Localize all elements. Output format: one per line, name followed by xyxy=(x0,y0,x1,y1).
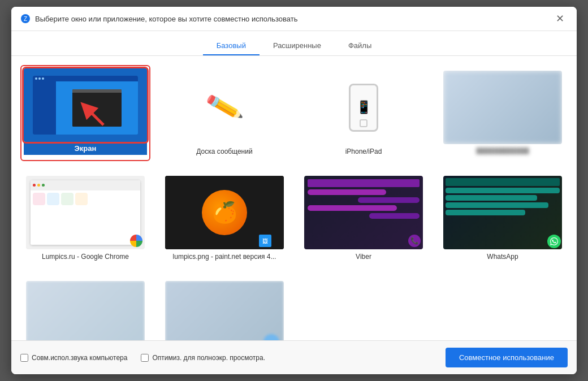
phone-shape: 📱 xyxy=(349,84,378,132)
blurred3-icon xyxy=(263,334,279,340)
wa-item1 xyxy=(446,188,560,193)
viber-icon-overlay: 📞 xyxy=(408,235,421,247)
item-blurred1[interactable]: ████████████ xyxy=(438,65,568,161)
viber-label: Viber xyxy=(304,253,423,261)
whiteboard-thumbnail: ✏️ xyxy=(165,71,284,144)
item-blurred3[interactable]: ████████████ xyxy=(159,275,289,340)
phone-home-button xyxy=(360,119,368,127)
item-whiteboard[interactable]: ✏️ Доска сообщений xyxy=(159,65,289,161)
item-whatsapp[interactable]: WhatsApp xyxy=(438,170,568,266)
chrome-thumbnail xyxy=(26,176,145,249)
screen-sidebar xyxy=(33,81,56,135)
viber-thumbnail: 📞 xyxy=(304,176,423,249)
optimize-checkbox[interactable] xyxy=(141,354,149,362)
tab-bar: Базовый Расширенные Файлы xyxy=(11,31,577,56)
paint-icon: 🖼 xyxy=(259,235,271,247)
whiteboard-preview: ✏️ xyxy=(165,71,284,144)
wa-item2 xyxy=(446,195,537,201)
chrome-dot-yellow xyxy=(37,184,40,187)
whatsapp-thumbnail xyxy=(443,176,562,249)
chrome-body xyxy=(31,190,140,245)
blurred1-preview xyxy=(443,71,562,144)
phone-screen-icon: 📱 xyxy=(356,100,371,115)
sound-checkbox[interactable] xyxy=(20,354,28,362)
phone-preview: 📱 xyxy=(304,71,423,144)
whatsapp-icon-circle xyxy=(547,235,561,248)
optimize-label: Оптимиз. для полноэкр. просмотра. xyxy=(152,354,265,362)
blurred3-preview xyxy=(165,281,284,340)
tab-files[interactable]: Файлы xyxy=(335,37,385,55)
chrome-icon3 xyxy=(61,193,74,205)
share-button[interactable]: Совместное использование xyxy=(446,348,568,367)
screen-window xyxy=(72,89,122,127)
blurred1-label: ████████████ xyxy=(443,148,562,154)
tab-basic[interactable]: Базовый xyxy=(203,37,260,55)
pencil-icon: ✏️ xyxy=(204,88,245,127)
share-dialog: Z Выберите окно или приложение, которое … xyxy=(11,7,577,374)
viber-bubble1 xyxy=(308,189,386,195)
blurred2-thumbnail xyxy=(26,281,145,340)
whatsapp-preview xyxy=(443,176,562,249)
screen-thumbnail xyxy=(24,68,147,142)
window-body xyxy=(72,93,122,127)
item-chrome[interactable]: Lumpics.ru - Google Chrome xyxy=(20,170,150,266)
dialog-title: Выберите окно или приложение, которое вы… xyxy=(35,15,552,23)
viber-bubble3 xyxy=(308,205,397,211)
item-viber[interactable]: 📞 Viber xyxy=(299,170,429,266)
wa-item3 xyxy=(446,202,548,208)
viber-bar xyxy=(308,179,420,187)
screen-content xyxy=(33,81,137,135)
whatsapp-label: WhatsApp xyxy=(443,253,562,261)
dot1 xyxy=(35,77,37,80)
mini-bar xyxy=(33,76,137,81)
sound-label: Совм.испол.звука компьютера xyxy=(32,354,127,362)
item-paint[interactable]: 🍊 🖼 lumpics.png - paint.net версия 4... xyxy=(159,170,289,266)
screen-main xyxy=(56,81,138,135)
chrome-dot-red xyxy=(33,184,36,187)
paint-icon-overlay: 🖼 xyxy=(259,235,271,247)
blurred2-preview xyxy=(26,281,145,340)
viber-bubble4 xyxy=(369,213,420,219)
optimize-checkbox-group[interactable]: Оптимиз. для полноэкр. просмотра. xyxy=(141,354,265,362)
tab-advanced[interactable]: Расширенные xyxy=(260,37,335,55)
chrome-bar xyxy=(31,180,140,190)
bottom-bar: Совм.испол.звука компьютера Оптимиз. для… xyxy=(11,340,577,374)
chrome-icon1 xyxy=(33,193,45,205)
svg-text:Z: Z xyxy=(24,16,27,22)
paint-orange: 🍊 xyxy=(202,190,247,235)
viber-icon-circle: 📞 xyxy=(408,235,421,247)
dot3 xyxy=(42,77,44,80)
content-grid: Экран ✏️ Доска сообщений 📱 iPhone/ xyxy=(11,56,577,340)
dot2 xyxy=(38,77,41,80)
chrome-icon-overlay xyxy=(130,235,142,247)
chrome-label: Lumpics.ru - Google Chrome xyxy=(26,253,145,261)
blurred3-thumbnail xyxy=(165,281,284,340)
sound-checkbox-group[interactable]: Совм.испол.звука компьютера xyxy=(20,354,127,362)
item-iphone[interactable]: 📱 iPhone/iPad xyxy=(299,65,429,161)
blurred1-thumbnail xyxy=(443,71,562,144)
whiteboard-label: Доска сообщений xyxy=(165,148,284,155)
wa-bar xyxy=(446,178,560,186)
title-bar: Z Выберите окно или приложение, которое … xyxy=(11,7,577,31)
screen-preview xyxy=(24,68,147,142)
chrome-icon-circle xyxy=(130,235,142,247)
app-icon: Z xyxy=(20,14,31,24)
iphone-label: iPhone/iPad xyxy=(304,148,423,155)
chrome-icon2 xyxy=(47,193,59,205)
chrome-preview xyxy=(31,180,140,245)
paint-thumbnail: 🍊 🖼 xyxy=(165,176,284,249)
close-button[interactable]: ✕ xyxy=(552,12,568,25)
viber-bubble2 xyxy=(358,197,420,203)
item-blurred2[interactable]: Как включить демонстрацию э... xyxy=(20,275,150,340)
whatsapp-icon-overlay xyxy=(547,235,560,247)
chrome-dot-green xyxy=(42,184,45,187)
iphone-thumbnail: 📱 xyxy=(304,71,423,144)
screen-inner xyxy=(33,76,137,135)
wa-item4 xyxy=(446,210,525,215)
viber-preview xyxy=(304,176,423,249)
screen-label: Экран xyxy=(24,142,147,155)
item-screen[interactable]: Экран xyxy=(20,65,150,161)
paint-label: lumpics.png - paint.net версия 4... xyxy=(165,253,284,261)
chrome-icon4 xyxy=(75,193,88,205)
